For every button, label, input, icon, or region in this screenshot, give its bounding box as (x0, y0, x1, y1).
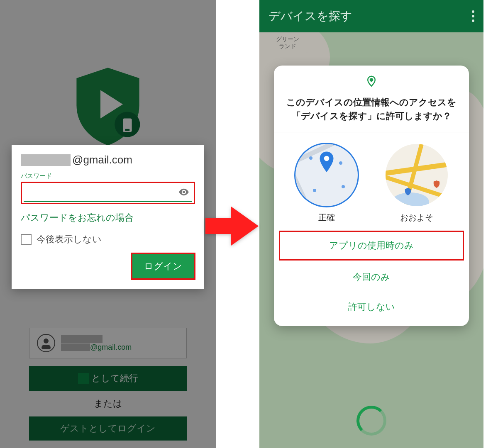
approx-label: おおよそ (400, 212, 433, 223)
accuracy-choices: 正確 おおよそ (274, 132, 469, 229)
svg-marker-4 (205, 207, 259, 246)
login-button[interactable]: ログイン (131, 253, 195, 280)
option-while-using[interactable]: アプリの使用時のみ (279, 231, 464, 261)
svg-point-6 (324, 156, 329, 161)
left-screenshot: @gmail.com として続行 または ゲストとしてログイン @gmail.c… (0, 0, 216, 448)
login-button-label: ログイン (144, 261, 182, 271)
checkbox-icon[interactable] (21, 234, 32, 245)
password-input[interactable] (24, 184, 192, 202)
loading-spinner-icon (356, 406, 386, 436)
dont-show-row[interactable]: 今後表示しない (21, 233, 195, 246)
option-only-this-time[interactable]: 今回のみ (274, 262, 469, 292)
option-while-using-label: アプリの使用時のみ (329, 239, 414, 252)
location-pin-icon (274, 75, 469, 89)
arrow-icon (205, 203, 259, 251)
email-display: @gmail.com (21, 153, 195, 166)
svg-point-5 (370, 78, 373, 81)
permission-title: このデバイスの位置情報へのアクセスを「デバイスを探す」に許可しますか？ (274, 89, 469, 132)
password-highlight (21, 182, 195, 204)
choice-precise[interactable]: 正確 (295, 144, 358, 223)
option-only-this-time-label: 今回のみ (353, 271, 390, 283)
option-deny[interactable]: 許可しない (274, 292, 469, 322)
option-deny-label: 許可しない (348, 301, 395, 313)
redacted-email-user (21, 154, 71, 166)
right-screenshot: デバイスを探す グリーン ランド このデバイスの位置情報 (259, 0, 483, 448)
dont-show-label: 今後表示しない (37, 233, 102, 246)
app-bar: デバイスを探す (259, 0, 483, 32)
app-bar-title: デバイスを探す (269, 8, 352, 24)
login-dialog: @gmail.com パスワード パスワードをお忘れの場合 今後表示しない ログ… (12, 145, 204, 289)
more-vert-icon[interactable] (472, 10, 474, 22)
precise-map-icon (295, 144, 358, 206)
approx-map-icon (386, 144, 448, 206)
choice-approx[interactable]: おおよそ (386, 144, 448, 223)
forgot-password-link[interactable]: パスワードをお忘れの場合 (21, 212, 195, 224)
password-label: パスワード (21, 172, 195, 180)
email-domain: @gmail.com (72, 153, 132, 166)
precise-label: 正確 (318, 212, 335, 223)
eye-icon[interactable] (178, 186, 190, 200)
permission-dialog: このデバイスの位置情報へのアクセスを「デバイスを探す」に許可しますか？ (274, 66, 469, 326)
